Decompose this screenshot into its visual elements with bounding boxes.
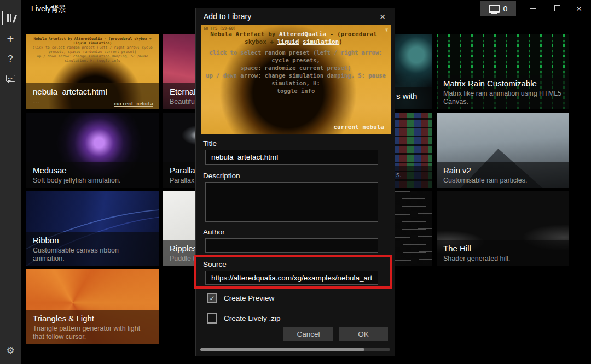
close-button[interactable]: ✕ [567, 0, 591, 17]
create-zip-checkbox[interactable]: Create Lively .zip [207, 313, 281, 324]
monitor-icon [489, 5, 500, 13]
ok-button[interactable]: OK [339, 327, 388, 341]
cancel-button[interactable]: Cancel [283, 327, 333, 341]
wallpaper-tile-triangles-light[interactable]: Triangles & Light Triangle pattern gener… [26, 269, 159, 344]
maximize-icon [554, 5, 560, 11]
tile-title: Ribbon [33, 236, 152, 245]
tile-title: Rain v2 [443, 166, 563, 175]
wallpaper-tile-the-hill[interactable]: The Hill Shader generated hill. [437, 191, 569, 266]
wallpaper-tile-medusae[interactable]: Medusae Soft body jellyfish simulation. [26, 113, 159, 188]
tile-title: Triangles & Light [33, 314, 152, 324]
wallpaper-tile-ribbon[interactable]: Ribbon Customisable canvas ribbon animat… [26, 191, 159, 266]
preview-heading: Nebula Artefact by AlteredQualia - (proc… [205, 31, 382, 46]
wallpaper-tile-matrix-rain[interactable]: Matrix Rain Customizable Matrix like rai… [437, 34, 569, 109]
tile-description: Shader generated hill. [443, 255, 563, 263]
help-icon: ? [8, 54, 13, 64]
sidebar: + ? ⋯ ⚙ [0, 0, 21, 364]
close-icon: ✕ [379, 13, 386, 21]
sidebar-item-library[interactable] [0, 10, 21, 26]
sidebar-item-add-wallpaper[interactable]: + [0, 31, 21, 47]
description-input[interactable] [205, 182, 378, 222]
preview-help-text: click to select random preset (left / ri… [203, 49, 389, 95]
tile-corner-text: current nebula [114, 101, 153, 107]
tile-title: Medusae [33, 166, 152, 175]
check-icon: ✓ [209, 295, 215, 302]
snowflake-icon: ✳ [385, 26, 389, 33]
title-input[interactable] [205, 150, 378, 165]
monitor-count: 0 [503, 4, 508, 13]
source-input[interactable] [205, 271, 378, 285]
tile-footer: nebula_artefact.html --- current nebula [26, 83, 159, 109]
close-icon: ✕ [576, 4, 582, 13]
horizontal-scrollbar[interactable] [200, 348, 390, 351]
tile-description: Triangle pattern generator with light th… [33, 325, 152, 341]
source-label: Source [203, 260, 227, 268]
minimize-button[interactable] [521, 0, 545, 17]
title-label: Title [203, 139, 217, 148]
fps-counter: 60 FPS (59-60) [204, 26, 236, 31]
tile-overlay-text: Nebula Artefact by AlteredQualia - (proc… [28, 37, 157, 63]
tile-description: Customisable rain particles. [443, 177, 563, 185]
checkbox-box-checked[interactable]: ✓ [207, 293, 217, 303]
author-input[interactable] [205, 238, 378, 253]
wallpaper-tile-nebula-artefact[interactable]: Nebula Artefact by AlteredQualia - (proc… [26, 34, 159, 109]
tile-description: Customisable canvas ribbon animation. [33, 246, 152, 263]
display-select-button[interactable]: 0 [480, 1, 516, 16]
author-label: Author [203, 228, 225, 236]
chat-icon: ⋯ [6, 75, 15, 82]
gear-icon: ⚙ [6, 345, 14, 356]
tile-title: The Hill [443, 244, 563, 254]
maximize-button[interactable] [545, 0, 569, 17]
tile-description: Matrix like rain animation using HTML5 C… [443, 90, 563, 106]
scrollbar-thumb[interactable] [200, 348, 364, 351]
checkbox-label: Create Lively .zip [224, 314, 281, 322]
checkbox-label: Create Preview [224, 294, 274, 302]
description-label: Description [203, 172, 240, 180]
dialog-title: Add to Library [204, 12, 251, 21]
sidebar-item-feedback[interactable]: ⋯ [0, 70, 21, 86]
create-preview-checkbox[interactable]: ✓ Create Preview [207, 293, 274, 303]
tile-title: nebula_artefact.html [33, 87, 152, 97]
wallpaper-preview-image: 60 FPS (59-60) ✳ Nebula Artefact by Alte… [201, 25, 391, 134]
lively-wallpaper-window: Lively背景 0 ✕ + ? ⋯ ⚙ Nebula Artefact by … [0, 0, 591, 364]
wallpaper-tile-rain-v2[interactable]: Rain v2 Customisable rain particles. [437, 113, 569, 188]
app-title: Lively背景 [31, 4, 66, 14]
dialog-close-button[interactable]: ✕ [377, 11, 388, 22]
sidebar-item-settings[interactable]: ⚙ [0, 342, 21, 359]
tile-title: Matrix Rain Customizable [443, 79, 563, 89]
preview-corner-link: current nebula [333, 124, 384, 131]
sidebar-item-help[interactable]: ? [0, 51, 21, 67]
library-icon [7, 14, 14, 22]
minimize-icon [530, 8, 536, 9]
add-to-library-dialog: Add to Library ✕ 60 FPS (59-60) ✳ Nebula… [195, 8, 395, 356]
plus-icon: + [7, 32, 14, 46]
tile-description: Soft body jellyfish simulation. [33, 177, 152, 185]
checkbox-box-unchecked[interactable] [207, 313, 217, 324]
